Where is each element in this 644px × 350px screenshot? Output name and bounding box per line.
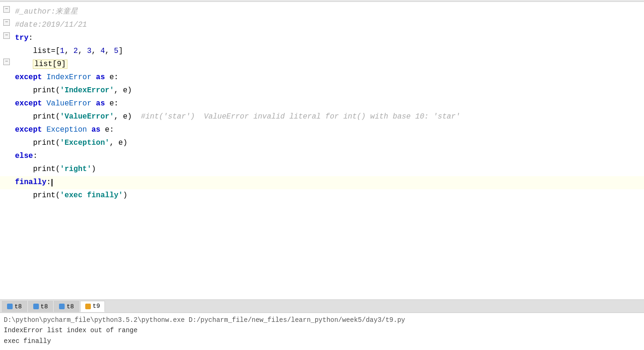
fold-icon[interactable]: −	[3, 6, 10, 13]
code-token-kw2: as	[96, 73, 105, 82]
code-line: print('right')	[0, 163, 644, 176]
code-token-func: print	[33, 139, 55, 147]
tab-t8[interactable]: t8	[28, 301, 53, 312]
code-content: #date:2019/11/21	[13, 19, 644, 31]
tab-t8[interactable]: t8	[54, 301, 79, 312]
fold-gutter[interactable]: −	[0, 19, 13, 26]
code-content: else:	[13, 150, 644, 163]
code-line: print('exec finally')	[0, 189, 644, 202]
code-token-punct: ,	[78, 47, 87, 55]
code-token-punct: :	[46, 178, 51, 186]
terminal-output-line: exec finally	[4, 336, 640, 346]
code-token-punct: (	[55, 191, 60, 200]
code-token-punct: ,	[105, 47, 114, 55]
code-content: except IndexError as e:	[13, 72, 644, 84]
code-content: print('exec finally')	[13, 190, 644, 202]
code-token-punct	[42, 99, 47, 108]
code-token-str: 'IndexError'	[60, 86, 114, 95]
code-token-num: 4	[100, 47, 105, 55]
code-token-punct	[87, 126, 92, 134]
tab-icon	[7, 304, 13, 309]
code-token-punct	[42, 73, 47, 82]
code-line: except ValueError as e:	[0, 97, 644, 111]
code-line: print('Exception', e)	[0, 137, 644, 150]
code-token-kw: try	[15, 34, 29, 42]
code-line: list=[1, 2, 3, 4, 5]	[0, 45, 644, 58]
code-line: except IndexError as e:	[0, 71, 644, 84]
code-token-kw: else	[15, 152, 33, 160]
code-token-punct: (	[55, 165, 60, 173]
code-token-punct	[91, 99, 96, 108]
code-token-punct: e:	[105, 99, 118, 108]
code-line: −#_author:来童星	[0, 6, 644, 19]
code-token-comment: #int('star') ValueError invalid literal …	[132, 112, 460, 121]
tab-t8[interactable]: t8	[2, 301, 27, 312]
code-token-num: 5	[114, 47, 118, 55]
code-token-punct: ,	[91, 47, 100, 55]
tab-bar: t8t8t8t9	[0, 299, 644, 313]
fold-gutter[interactable]: −	[0, 6, 13, 13]
fold-icon[interactable]: −	[3, 32, 10, 39]
code-line: − list[9]	[0, 58, 644, 71]
code-token-punct: , e)	[114, 86, 132, 95]
code-token-punct: :	[29, 34, 33, 42]
code-content: print('ValueError', e) #int('star') Valu…	[13, 111, 644, 123]
code-token-punct	[42, 126, 47, 134]
code-content: print('right')	[13, 164, 644, 176]
code-content: try:	[13, 32, 644, 45]
code-token-punct: :	[33, 152, 37, 160]
code-token-func: print	[33, 112, 55, 121]
code-content: print('IndexError', e)	[13, 85, 644, 97]
code-token-func: print	[33, 191, 55, 200]
code-line: else:	[0, 150, 644, 163]
code-token-cls: Exception	[46, 126, 87, 134]
code-token-punct: (	[55, 86, 60, 95]
code-line: finally:	[0, 176, 644, 189]
code-token-comment-cn: #date:2019/11/21	[15, 21, 87, 29]
fold-icon[interactable]: −	[3, 19, 10, 26]
fold-gutter[interactable]: −	[0, 32, 13, 39]
code-token-func: print	[33, 165, 55, 173]
code-editor: −#_author:来童星−#date:2019/11/21−try: list…	[0, 2, 644, 299]
code-token-kw: except	[15, 99, 42, 108]
code-token-punct: e:	[100, 126, 114, 134]
code-token-var: list	[33, 47, 51, 55]
code-content: #_author:来童星	[13, 6, 644, 18]
code-token-punct: , e)	[114, 112, 132, 121]
code-token-punct: =[	[51, 47, 60, 55]
code-line: except Exception as e:	[0, 124, 644, 137]
tab-label: t8	[41, 303, 48, 310]
code-token-comment-cn: #_author:来童星	[15, 7, 78, 16]
code-line: −#date:2019/11/21	[0, 19, 644, 32]
code-token-cls: ValueError	[46, 99, 91, 108]
code-token-kw: except	[15, 126, 42, 134]
code-token-str: 'exec finally'	[60, 191, 123, 200]
code-content: list=[1, 2, 3, 4, 5]	[13, 45, 644, 58]
terminal-panel: D:\python\pycharm_file\python3.5.2\pytho…	[0, 313, 644, 350]
fold-gutter[interactable]: −	[0, 59, 13, 65]
code-content: finally:	[13, 177, 644, 189]
code-token-punct: (	[55, 139, 60, 147]
terminal-output-line: IndexError list index out of range	[4, 325, 640, 335]
code-content: except Exception as e:	[13, 124, 644, 136]
terminal-command: D:\python\pycharm_file\python3.5.2\pytho…	[4, 315, 640, 325]
code-token-num: 1	[60, 47, 65, 55]
code-token-num: 2	[74, 47, 78, 55]
code-token-kw2: as	[91, 126, 100, 134]
code-token-cls: IndexError	[46, 73, 91, 82]
code-token-kw: except	[15, 73, 42, 82]
code-token-func: print	[33, 86, 55, 95]
code-token-punct: , e)	[110, 139, 127, 147]
highlighted-token: list[9]	[33, 60, 67, 69]
code-line: −try:	[0, 32, 644, 45]
code-token-str: 'Exception'	[60, 139, 110, 147]
code-token-punct: (	[55, 112, 60, 121]
tab-t9[interactable]: t9	[80, 301, 105, 312]
code-token-str: 'ValueError'	[60, 112, 114, 121]
tab-label: t9	[93, 303, 100, 310]
fold-icon[interactable]: −	[3, 59, 10, 65]
code-token-punct: )	[123, 191, 127, 200]
code-token-str: 'right'	[60, 165, 91, 173]
code-token-punct: e:	[105, 73, 118, 82]
code-line: print('ValueError', e) #int('star') Valu…	[0, 111, 644, 124]
